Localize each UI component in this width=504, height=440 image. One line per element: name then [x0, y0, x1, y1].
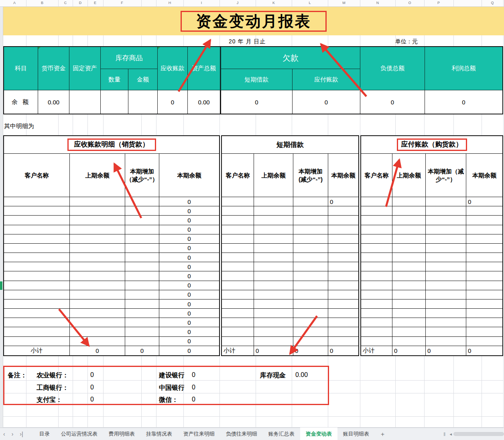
- detail-cell[interactable]: 0: [159, 309, 219, 318]
- detail-cell[interactable]: [4, 327, 70, 336]
- detail-cell[interactable]: [222, 253, 254, 262]
- column-letter[interactable]: D: [79, 1, 82, 5]
- detail-cell[interactable]: [392, 253, 426, 262]
- header-fixed-assets[interactable]: 固定资产: [69, 47, 101, 90]
- col-header-current-balance[interactable]: 本期余额: [159, 154, 219, 197]
- detail-cell[interactable]: [125, 281, 159, 290]
- detail-cell[interactable]: [222, 318, 254, 327]
- detail-cell[interactable]: [466, 318, 502, 327]
- header-receivable[interactable]: 应收账款: [158, 47, 188, 90]
- detail-cell[interactable]: [293, 244, 328, 253]
- detail-cell[interactable]: [426, 290, 466, 299]
- value-inventory-qty[interactable]: [101, 90, 128, 114]
- detail-cell[interactable]: [254, 225, 293, 234]
- detail-cell[interactable]: [426, 281, 466, 290]
- detail-cell[interactable]: [125, 318, 159, 327]
- detail-cell[interactable]: [125, 290, 159, 299]
- detail-cell[interactable]: 0: [159, 225, 219, 234]
- sheet-prev-icon[interactable]: ‹: [0, 431, 8, 437]
- column-letter[interactable]: P: [437, 1, 440, 5]
- tab-splitter-icon[interactable]: ‖: [441, 431, 448, 437]
- detail-cell[interactable]: [125, 244, 159, 253]
- detail-cell[interactable]: [254, 327, 293, 336]
- detail-cell[interactable]: [125, 216, 159, 225]
- value-short-loan[interactable]: 0: [220, 90, 293, 114]
- detail-cell[interactable]: [466, 337, 502, 346]
- header-profit-total[interactable]: 利润总额: [425, 47, 502, 90]
- col-header-period-change[interactable]: 本期增加 (减少“-”): [293, 154, 328, 197]
- detail-cell[interactable]: [293, 206, 328, 216]
- detail-cell[interactable]: [293, 309, 328, 318]
- detail-cell[interactable]: [70, 206, 125, 216]
- detail-cell[interactable]: [293, 234, 328, 244]
- note-cash-value[interactable]: 0.00: [295, 371, 308, 379]
- note-bank-value[interactable]: 0: [90, 371, 94, 379]
- detail-cell[interactable]: [328, 234, 358, 244]
- detail-note[interactable]: 其中明细为: [4, 122, 34, 130]
- column-letter[interactable]: B: [41, 1, 43, 5]
- detail-cell[interactable]: [70, 216, 125, 225]
- subtotal-cell[interactable]: 0: [254, 346, 293, 355]
- detail-cell[interactable]: [222, 216, 254, 225]
- detail-cell[interactable]: [426, 216, 466, 225]
- column-letter[interactable]: O: [408, 1, 411, 5]
- detail-cell[interactable]: [125, 299, 159, 309]
- detail-cell[interactable]: [361, 299, 392, 309]
- detail-cell[interactable]: [392, 262, 426, 271]
- detail-cell[interactable]: [392, 318, 426, 327]
- detail-cell[interactable]: 0: [159, 216, 219, 225]
- detail-cell[interactable]: 0: [328, 197, 358, 206]
- detail-cell[interactable]: [466, 225, 502, 234]
- detail-cell[interactable]: 0: [159, 327, 219, 336]
- column-letter[interactable]: M: [342, 1, 345, 5]
- detail-cell[interactable]: [4, 318, 70, 327]
- detail-cell[interactable]: [328, 216, 358, 225]
- subtotal-cell[interactable]: 0: [125, 346, 159, 355]
- note-wechat-label[interactable]: 微信：: [159, 396, 178, 404]
- detail-cell[interactable]: [222, 299, 254, 309]
- detail-cell[interactable]: [361, 197, 392, 206]
- col-header-current-balance[interactable]: 本期余额: [466, 154, 502, 197]
- detail-cell[interactable]: [426, 244, 466, 253]
- column-letter[interactable]: N: [376, 1, 379, 5]
- detail-cell[interactable]: [70, 262, 125, 271]
- detail-cell[interactable]: [392, 337, 426, 346]
- note-bank-label[interactable]: 农业银行：: [37, 371, 69, 380]
- detail-cell[interactable]: [222, 197, 254, 206]
- detail-cell[interactable]: [466, 327, 502, 336]
- detail-cell[interactable]: [4, 253, 70, 262]
- subtotal-cell[interactable]: 小计: [4, 346, 70, 355]
- detail-cell[interactable]: [70, 225, 125, 234]
- tab-catalog[interactable]: 目录: [34, 428, 55, 440]
- subtotal-cell[interactable]: 0: [293, 346, 328, 355]
- detail-cell[interactable]: [466, 309, 502, 318]
- detail-cell[interactable]: [70, 244, 125, 253]
- detail-cell[interactable]: [426, 253, 466, 262]
- detail-cell[interactable]: 0: [159, 299, 219, 309]
- detail-cell[interactable]: [426, 197, 466, 206]
- header-debt-group[interactable]: 欠款: [220, 47, 360, 69]
- detail-cell[interactable]: [426, 318, 466, 327]
- detail-cell[interactable]: [328, 318, 358, 327]
- detail-cell[interactable]: [328, 337, 358, 346]
- detail-cell[interactable]: [4, 225, 70, 234]
- header-assets-total[interactable]: 资产总额: [188, 47, 220, 90]
- detail-cell[interactable]: [293, 225, 328, 234]
- detail-cell[interactable]: [466, 299, 502, 309]
- scroll-left-icon[interactable]: ◂: [448, 432, 453, 437]
- detail-cell[interactable]: [392, 225, 426, 234]
- detail-cell[interactable]: [392, 244, 426, 253]
- detail-cell[interactable]: [254, 234, 293, 244]
- detail-cell[interactable]: [254, 290, 293, 299]
- header-currency[interactable]: 货币资金: [38, 47, 69, 90]
- detail-cell[interactable]: [125, 253, 159, 262]
- column-letter[interactable]: E: [94, 1, 96, 5]
- detail-cell[interactable]: [328, 253, 358, 262]
- value-profit-total[interactable]: 0: [425, 90, 502, 114]
- detail-cell[interactable]: [328, 262, 358, 271]
- detail-cell[interactable]: [70, 318, 125, 327]
- detail-cell[interactable]: [4, 197, 70, 206]
- detail-cell[interactable]: [293, 290, 328, 299]
- note-alipay-value[interactable]: 0: [90, 396, 94, 403]
- detail-cell[interactable]: [293, 281, 328, 290]
